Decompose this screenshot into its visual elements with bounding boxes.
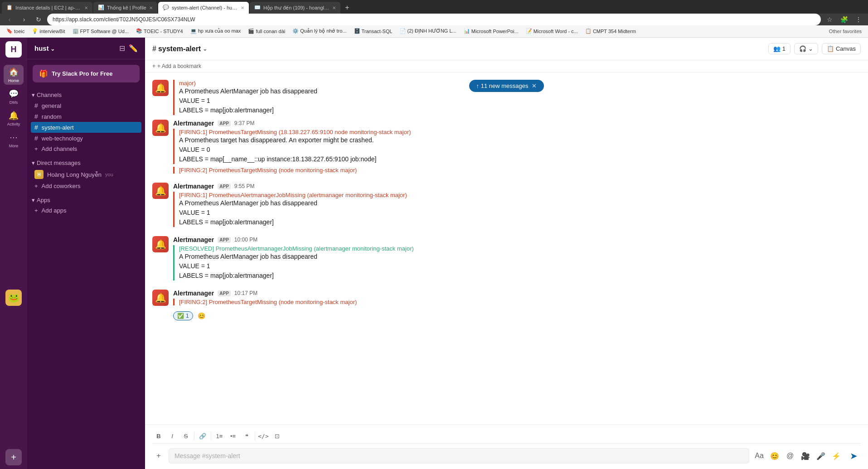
add-apps-button[interactable]: + Add apps: [27, 205, 145, 216]
unordered-list-button[interactable]: •≡: [227, 430, 239, 441]
workspace-icon[interactable]: H: [5, 41, 22, 58]
tab-4-close[interactable]: ✕: [332, 5, 336, 10]
dm-section-header[interactable]: ▾ Direct messages: [27, 158, 145, 168]
channel-web-technology[interactable]: # web-technology: [27, 133, 145, 144]
user-avatar[interactable]: 🐸: [5, 290, 22, 306]
tab-3-close[interactable]: ✕: [241, 5, 244, 10]
bookmark-transact-sql-icon: 🗄️: [354, 28, 360, 34]
bookmark-toeic-study4[interactable]: 📚 TOEIC - STUDY4: [133, 27, 186, 35]
bookmark-hp-xua-label: hp xưa của oo max: [198, 28, 241, 34]
bookmark-word-label: Microsoft Word - c...: [533, 29, 578, 34]
tab-4-title: Hộp thư đến (109) - hoanglong@...: [263, 5, 330, 11]
send-button[interactable]: ➤: [846, 449, 861, 463]
code-button[interactable]: </>: [257, 430, 270, 441]
message-3-link[interactable]: [RESOLVED] PrometheusAlertmanagerJobMiss…: [179, 245, 414, 252]
message-3-badge: APP: [218, 237, 231, 243]
add-workspace-button[interactable]: +: [5, 449, 22, 465]
partial-link[interactable]: major): [179, 80, 196, 87]
message-3-avatar: 🔔: [152, 236, 169, 252]
canvas-button[interactable]: 📋 Canvas: [822, 43, 861, 54]
new-messages-banner[interactable]: ↑ 11 new messages ✕: [469, 80, 544, 92]
add-bookmark-button[interactable]: + + Add a bookmark: [152, 63, 201, 69]
channels-header-label: Channels: [37, 92, 62, 98]
menu-button[interactable]: ⋮: [853, 14, 864, 25]
workspace-name[interactable]: hust: [34, 44, 55, 52]
channel-random[interactable]: # random: [27, 111, 145, 122]
bookmark-conan[interactable]: 🎬 full conan dài: [245, 27, 288, 35]
message-1-badge: APP: [218, 121, 231, 126]
link-button[interactable]: 🔗: [196, 430, 209, 441]
tab-2-close[interactable]: ✕: [149, 5, 153, 10]
bookmark-button[interactable]: ☆: [824, 14, 835, 25]
message-1-avatar: 🔔: [152, 120, 169, 136]
message-1-extra-link[interactable]: [FIRING:2] PrometheusTargetMissing (node…: [179, 167, 357, 174]
add-coworkers-button[interactable]: + Add coworkers: [27, 181, 145, 191]
tab-1[interactable]: 📋 Instance details | EC2 | ap-south-... …: [2, 2, 92, 14]
bookmark-transact-sql[interactable]: 🗄️ Transact-SQL: [351, 27, 395, 35]
bookmark-toeic[interactable]: 🔖 toeic: [4, 27, 27, 35]
messages-area[interactable]: ↑ 11 new messages ✕ 🔔 major) A Prometheu…: [145, 73, 868, 425]
add-content-button[interactable]: +: [152, 450, 165, 462]
channel-dropdown-icon[interactable]: ⌄: [203, 46, 207, 52]
shortcut-button[interactable]: ⚡: [830, 450, 843, 462]
tab-1-close[interactable]: ✕: [84, 5, 88, 10]
add-channel-icon: +: [34, 145, 38, 152]
bookmark-hp-xua[interactable]: 💻 hp xưa của oo max: [188, 27, 244, 35]
emoji-button[interactable]: 😊: [768, 450, 781, 462]
channels-section-header[interactable]: ▾ Channels: [27, 90, 145, 100]
channel-system-alert[interactable]: # system-alert: [31, 122, 141, 133]
tab-3[interactable]: 💬 system-alert (Channel) - hust - S... ✕: [158, 2, 249, 14]
bookmark-powerpoint[interactable]: 📊 Microsoft PowerPoi...: [461, 27, 521, 35]
message-2-link[interactable]: [FIRING:1] PrometheusAlertmanagerJobMiss…: [179, 192, 407, 198]
bookmark-dinh-huong[interactable]: 📄 (2) ĐỊNH HƯỚNG L...: [397, 27, 459, 35]
bookmark-fpt[interactable]: 🏢 FPT Software @ Ud...: [70, 27, 132, 35]
new-tab-button[interactable]: +: [341, 2, 353, 14]
add-channel-button[interactable]: + Add channels: [27, 144, 145, 154]
dm-user-hoang-long[interactable]: H Hoàng Long Nguyễn you: [27, 168, 145, 181]
sidebar-item-activity[interactable]: 🔔 Activity: [4, 108, 24, 128]
message-4-link[interactable]: [FIRING:2] PrometheusTargetMissing (node…: [179, 299, 357, 305]
apps-section-header[interactable]: ▾ Apps: [27, 195, 145, 205]
bookmark-cmpt[interactable]: 📋 CMPT 354 Midterm: [582, 27, 639, 35]
extensions-button[interactable]: 🧩: [838, 14, 850, 25]
address-bar[interactable]: https://app.slack.com/client/T02JN5Q0JES…: [47, 14, 821, 25]
mention-button[interactable]: @: [784, 450, 796, 462]
new-messages-close[interactable]: ✕: [532, 82, 537, 89]
sidebar-item-home[interactable]: 🏠 Home: [4, 65, 24, 85]
reload-button[interactable]: ↻: [33, 14, 44, 25]
members-button[interactable]: 👥 1: [768, 43, 790, 54]
compose-icon[interactable]: ✏️: [129, 44, 138, 53]
bookmark-word[interactable]: 📝 Microsoft Word - c...: [523, 27, 581, 35]
back-button[interactable]: ‹: [4, 14, 15, 25]
message-1-link[interactable]: [FIRING:1] PrometheusTargetMissing (18.1…: [179, 129, 411, 135]
video-button[interactable]: 🎥: [799, 450, 812, 462]
sidebar-item-dms[interactable]: 💬 DMs: [4, 87, 24, 106]
bold-button[interactable]: B: [152, 430, 165, 441]
block-quote-button[interactable]: ❝: [240, 430, 253, 441]
add-reaction-button[interactable]: 😊: [196, 310, 208, 322]
bookmark-quan-ly[interactable]: ⚙️ Quản lý bộ nhớ tro...: [290, 27, 349, 35]
italic-button[interactable]: I: [166, 430, 179, 441]
tab-2[interactable]: 📊 Thống kê | Profile ✕: [93, 2, 157, 14]
code-block-button[interactable]: ⊡: [271, 430, 283, 441]
audio-button[interactable]: 🎤: [815, 450, 827, 462]
pro-banner[interactable]: 🎁 Try Slack Pro for Free: [33, 65, 140, 82]
headphones-button[interactable]: 🎧 ⌄: [794, 43, 818, 54]
tab-4[interactable]: ✉️ Hộp thư đến (109) - hoanglong@... ✕: [250, 2, 340, 14]
bookmark-interviewbit[interactable]: 💡 interviewBit: [29, 27, 68, 35]
sidebar-item-more[interactable]: ⋯ More: [4, 130, 24, 150]
bookmark-toeic-study4-label: TOEIC - STUDY4: [144, 29, 183, 34]
filter-icon[interactable]: ⊟: [119, 44, 125, 53]
pro-banner-icon: 🎁: [39, 69, 48, 78]
message-input-field[interactable]: Message #system-alert: [169, 448, 749, 464]
add-channel-label: Add channels: [42, 145, 78, 152]
ordered-list-button[interactable]: 1≡: [213, 430, 226, 441]
text-format-button[interactable]: Aa: [753, 450, 766, 462]
forward-button[interactable]: ›: [18, 14, 30, 25]
message-2-body: [FIRING:1] PrometheusAlertmanagerJobMiss…: [173, 192, 861, 227]
strikethrough-button[interactable]: S: [179, 430, 192, 441]
message-1-content: Alertmanager APP 9:37 PM [FIRING:1] Prom…: [173, 120, 861, 174]
checkmark-reaction[interactable]: ✅ 1: [173, 311, 193, 320]
channel-general[interactable]: # general: [27, 100, 145, 111]
other-favorites[interactable]: Other favorites: [826, 28, 864, 35]
